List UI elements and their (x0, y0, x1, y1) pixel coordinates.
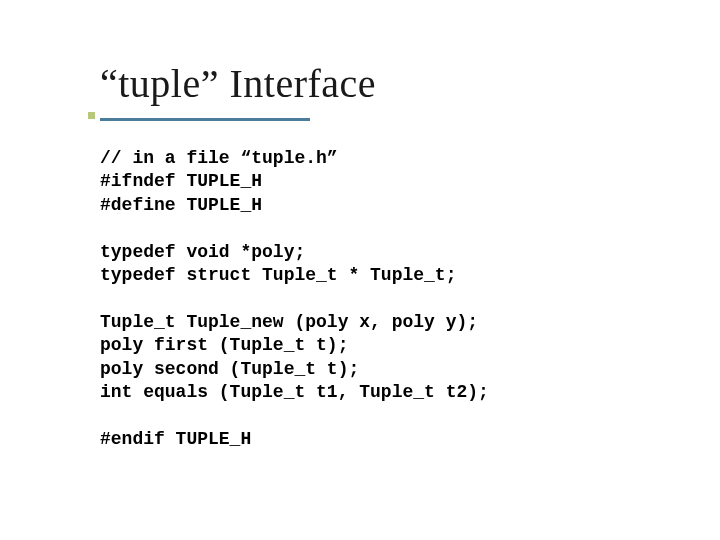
accent-underline (100, 118, 310, 121)
slide: “tuple” Interface // in a file “tuple.h”… (0, 0, 720, 540)
slide-title: “tuple” Interface (100, 60, 720, 107)
code-line: #endif TUPLE_H (100, 429, 251, 449)
code-line: typedef struct Tuple_t * Tuple_t; (100, 265, 456, 285)
code-line: // in a file “tuple.h” (100, 148, 338, 168)
code-line: poly second (Tuple_t t); (100, 359, 359, 379)
code-line: #define TUPLE_H (100, 195, 262, 215)
accent-square (88, 112, 95, 119)
code-line: int equals (Tuple_t t1, Tuple_t t2); (100, 382, 489, 402)
code-line: Tuple_t Tuple_new (poly x, poly y); (100, 312, 478, 332)
code-line: poly first (Tuple_t t); (100, 335, 348, 355)
code-block: // in a file “tuple.h” #ifndef TUPLE_H #… (100, 147, 720, 451)
code-line: #ifndef TUPLE_H (100, 171, 262, 191)
code-line: typedef void *poly; (100, 242, 305, 262)
